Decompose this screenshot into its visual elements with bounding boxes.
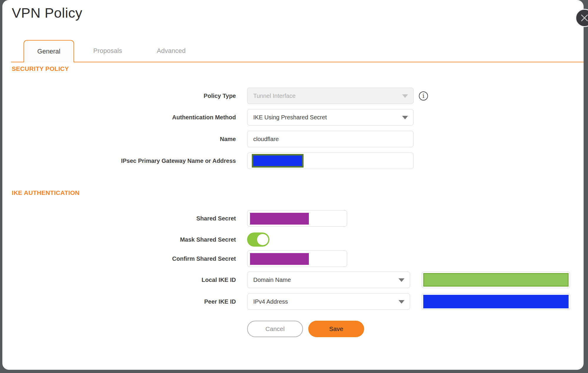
policy-type-label: Policy Type — [2, 93, 236, 99]
confirm-shared-secret-row: Confirm Shared Secret — [2, 250, 584, 267]
confirm-shared-secret-redaction-box — [250, 253, 309, 265]
page-title: VPN Policy — [12, 5, 82, 21]
info-icon[interactable]: i — [419, 91, 428, 101]
authentication-method-label: Authentication Method — [2, 114, 236, 121]
mask-shared-secret-label: Mask Shared Secret — [2, 236, 236, 243]
info-icon-glyph: i — [422, 92, 424, 99]
tab-general[interactable]: General — [24, 40, 74, 62]
local-ike-id-label: Local IKE ID — [2, 277, 236, 283]
tab-proposals[interactable]: Proposals — [82, 40, 133, 62]
shared-secret-row: Shared Secret — [2, 210, 584, 227]
cancel-button[interactable]: Cancel — [247, 321, 303, 337]
policy-type-select: Tunnel Interface — [247, 88, 414, 104]
authentication-method-select[interactable]: IKE Using Preshared Secret — [247, 109, 414, 126]
shared-secret-label: Shared Secret — [2, 215, 236, 222]
policy-type-value: Tunnel Interface — [253, 93, 296, 99]
peer-ike-id-type-value: IPv4 Address — [253, 298, 288, 305]
gateway-redaction-box — [252, 154, 304, 168]
authentication-method-value: IKE Using Preshared Secret — [253, 114, 327, 121]
ike-authentication-heading: IKE AUTHENTICATION — [12, 189, 80, 196]
save-button[interactable]: Save — [308, 321, 364, 337]
mask-shared-secret-toggle[interactable] — [247, 233, 269, 247]
local-ike-id-redaction-box — [423, 273, 569, 287]
peer-ike-id-value-input[interactable] — [422, 293, 570, 310]
authentication-method-row: Authentication Method IKE Using Preshare… — [2, 109, 584, 126]
tab-proposals-label: Proposals — [93, 47, 122, 55]
name-row: Name cloudflare — [2, 131, 584, 147]
tab-general-label: General — [37, 48, 60, 55]
chevron-down-icon — [399, 278, 404, 282]
peer-ike-id-redaction-box — [423, 295, 569, 308]
local-ike-id-row: Local IKE ID Domain Name — [2, 272, 584, 288]
close-icon — [580, 14, 588, 22]
chevron-down-icon — [402, 116, 408, 119]
shared-secret-input[interactable] — [247, 210, 347, 227]
name-input[interactable]: cloudflare — [247, 131, 414, 147]
peer-ike-id-select[interactable]: IPv4 Address — [247, 293, 410, 310]
tab-advanced-label: Advanced — [157, 47, 186, 55]
confirm-shared-secret-label: Confirm Shared Secret — [2, 255, 236, 262]
security-policy-heading: SECURITY POLICY — [12, 65, 69, 72]
mask-shared-secret-row: Mask Shared Secret — [2, 233, 584, 247]
toggle-knob — [257, 234, 268, 245]
tab-bar: General Proposals Advanced — [11, 40, 584, 62]
shared-secret-redaction-box — [250, 213, 309, 225]
name-label: Name — [2, 136, 236, 143]
gateway-row: IPsec Primary Gateway Name or Address — [2, 153, 584, 169]
gateway-label: IPsec Primary Gateway Name or Address — [2, 158, 236, 164]
tab-advanced[interactable]: Advanced — [146, 40, 196, 62]
peer-ike-id-row: Peer IKE ID IPv4 Address — [2, 293, 584, 310]
chevron-down-icon — [402, 94, 408, 98]
confirm-shared-secret-input[interactable] — [247, 250, 347, 267]
chevron-down-icon — [399, 300, 404, 304]
gateway-input[interactable] — [247, 153, 414, 169]
local-ike-id-type-value: Domain Name — [253, 277, 291, 283]
local-ike-id-value-input[interactable] — [422, 272, 570, 288]
peer-ike-id-label: Peer IKE ID — [2, 298, 236, 305]
vpn-policy-dialog: VPN Policy General Proposals Advanced SE… — [2, 0, 584, 370]
local-ike-id-select[interactable]: Domain Name — [247, 272, 410, 288]
dialog-actions: Cancel Save — [2, 321, 584, 337]
policy-type-row: Policy Type Tunnel Interface i — [2, 88, 584, 104]
name-value: cloudflare — [253, 136, 279, 143]
